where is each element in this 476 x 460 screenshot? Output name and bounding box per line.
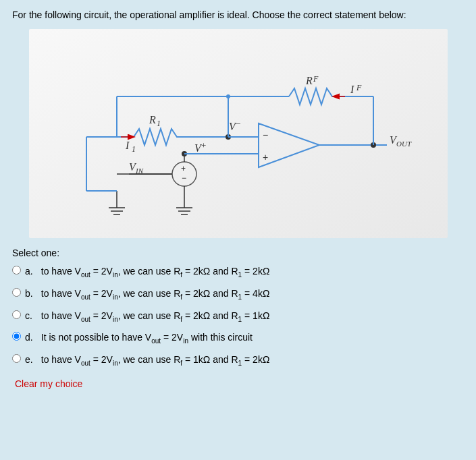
option-d-radio[interactable] [12, 332, 21, 341]
circuit-diagram: I 1 R 1 V − + − V + V IN [29, 29, 448, 238]
svg-text:+: + [181, 164, 186, 173]
svg-text:OUT: OUT [396, 140, 412, 148]
svg-text:I: I [125, 140, 130, 151]
svg-text:1: 1 [157, 119, 161, 128]
option-a: a. to have Vout = 2Vin, we can use Rf = … [12, 264, 464, 281]
svg-text:F: F [313, 74, 319, 84]
option-e: e. to have Vout = 2Vin, we can use Rf = … [12, 352, 464, 369]
svg-text:−: − [182, 173, 186, 183]
options-list: a. to have Vout = 2Vin, we can use Rf = … [12, 264, 464, 369]
option-b-radio[interactable] [12, 288, 21, 297]
option-e-label: e. to have Vout = 2Vin, we can use Rf = … [25, 352, 269, 369]
option-c-radio[interactable] [12, 310, 21, 319]
svg-text:IN: IN [135, 167, 144, 175]
svg-text:R: R [305, 75, 313, 86]
option-a-label: a. to have Vout = 2Vin, we can use Rf = … [25, 264, 269, 281]
option-d: d. It is not possible to have Vout = 2Vi… [12, 330, 464, 347]
option-c: c. to have Vout = 2Vin, we can use Rf = … [12, 308, 464, 325]
svg-text:F: F [356, 83, 362, 92]
option-e-radio[interactable] [12, 354, 21, 363]
svg-point-54 [226, 94, 230, 98]
option-b-label: b. to have Vout = 2Vin, we can use Rf = … [25, 286, 269, 303]
option-a-radio[interactable] [12, 266, 21, 275]
option-b: b. to have Vout = 2Vin, we can use Rf = … [12, 286, 464, 303]
svg-text:−: − [263, 130, 268, 140]
svg-text:R: R [149, 114, 156, 125]
clear-choice-button[interactable]: Clear my choice [15, 378, 82, 389]
svg-text:I: I [350, 84, 354, 95]
svg-text:+: + [201, 140, 206, 150]
svg-text:−: − [236, 119, 240, 129]
svg-text:1: 1 [132, 144, 136, 154]
question-text: For the following circuit, the operation… [12, 8, 464, 22]
svg-text:+: + [263, 152, 268, 163]
option-d-label: d. It is not possible to have Vout = 2Vi… [25, 330, 253, 347]
select-label: Select one: [12, 248, 464, 258]
option-c-label: c. to have Vout = 2Vin, we can use Rf = … [25, 308, 269, 325]
